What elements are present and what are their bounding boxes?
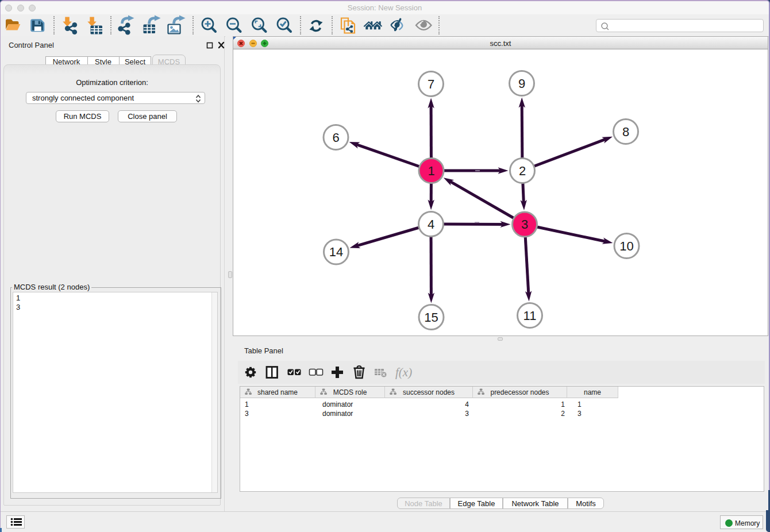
svg-text:8: 8 bbox=[622, 125, 629, 139]
svg-text:3: 3 bbox=[521, 217, 528, 232]
svg-text:1: 1 bbox=[428, 164, 434, 178]
svg-text:10: 10 bbox=[619, 239, 633, 253]
svg-text:9: 9 bbox=[518, 76, 525, 91]
svg-text:15: 15 bbox=[424, 310, 438, 325]
svg-text:4: 4 bbox=[428, 217, 434, 232]
svg-text:2: 2 bbox=[519, 164, 526, 178]
svg-text:14: 14 bbox=[329, 245, 343, 259]
svg-text:6: 6 bbox=[332, 130, 339, 145]
svg-text:7: 7 bbox=[428, 77, 434, 91]
svg-text:f(x): f(x) bbox=[395, 365, 412, 379]
svg-text:11: 11 bbox=[523, 309, 537, 323]
